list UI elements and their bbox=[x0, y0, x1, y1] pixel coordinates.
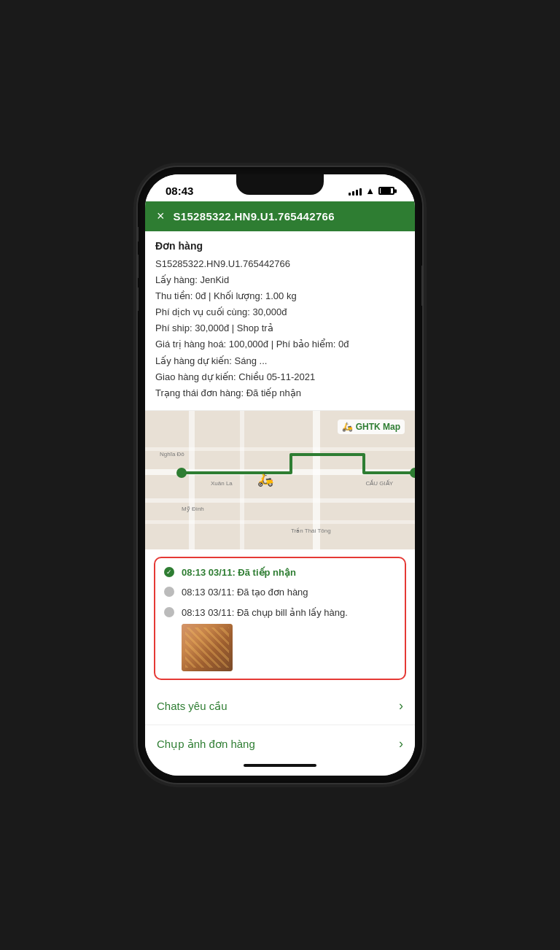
chats-menu-item[interactable]: Chats yêu cầu › bbox=[145, 687, 415, 725]
map-label-5: CẦU GIẤY bbox=[365, 480, 393, 487]
battery-icon bbox=[378, 187, 394, 195]
svg-rect-2 bbox=[189, 411, 195, 549]
bill-image[interactable] bbox=[182, 624, 233, 671]
close-button[interactable]: × bbox=[157, 209, 165, 224]
wifi-icon: ▲ bbox=[365, 185, 375, 196]
timeline-dot-2 bbox=[164, 587, 174, 597]
status-bar: 08:43 ▲ bbox=[145, 174, 415, 201]
content-area: Đơn hàng S15285322.HN9.U1.765442766 Lấy … bbox=[145, 231, 415, 755]
timeline-text-2: 08:13 03/11: Đã tạo đơn hàng bbox=[182, 585, 308, 600]
ghtk-map-label: 🛵 GHTK Map bbox=[338, 420, 405, 434]
timeline-text-1: 08:13 03/11: Đã tiếp nhận bbox=[182, 565, 296, 580]
ghtk-icon: 🛵 bbox=[342, 422, 353, 432]
svg-point-8 bbox=[176, 468, 187, 478]
order-line-2: Lấy hàng: JenKid bbox=[155, 272, 405, 288]
chats-menu-left: Chats yêu cầu bbox=[157, 700, 228, 713]
check-icon: ✓ bbox=[166, 568, 172, 576]
home-indicator bbox=[145, 755, 415, 776]
photo-menu-left: Chụp ảnh đơn hàng bbox=[157, 738, 255, 751]
order-line-8: Giao hàng dự kiến: Chiều 05-11-2021 bbox=[155, 369, 405, 385]
ghtk-map-text: GHTK Map bbox=[356, 422, 400, 432]
order-line-6: Giá trị hàng hoá: 100,000đ | Phí bảo hiể… bbox=[155, 336, 405, 352]
timeline-item-3-content: 08:13 03/11: Đã chụp bill ảnh lấy hàng. bbox=[182, 606, 348, 672]
timeline-item-1: ✓ 08:13 03/11: Đã tiếp nhận bbox=[164, 565, 396, 580]
silent-switch bbox=[138, 227, 139, 242]
map-background: 🛵 Nghĩa Đô Xuân La Mỹ Đình Trần Thái Tôn… bbox=[145, 411, 415, 549]
bill-image-inner bbox=[182, 624, 233, 671]
timeline-item-2: 08:13 03/11: Đã tạo đơn hàng bbox=[164, 585, 396, 600]
time-display: 08:43 bbox=[166, 185, 193, 197]
map-label-2: Xuân La bbox=[211, 480, 233, 487]
timeline-dot-1: ✓ bbox=[164, 567, 174, 577]
timeline-section: ✓ 08:13 03/11: Đã tiếp nhận 08:13 03/11:… bbox=[154, 557, 406, 681]
power-button bbox=[421, 266, 422, 306]
home-bar bbox=[244, 764, 316, 767]
header-title: S15285322.HN9.U1.765442766 bbox=[174, 210, 335, 223]
phone-screen: 08:43 ▲ × S15285322.HN9.U1.765442766 bbox=[145, 174, 415, 776]
order-line-9: Trạng thái đơn hàng: Đã tiếp nhận bbox=[155, 385, 405, 401]
order-section-title: Đơn hàng bbox=[155, 240, 405, 252]
svg-rect-1 bbox=[145, 498, 415, 503]
volume-down-button bbox=[138, 287, 139, 311]
status-icons: ▲ bbox=[349, 185, 394, 196]
timeline-item-3: 08:13 03/11: Đã chụp bill ảnh lấy hàng. bbox=[164, 606, 396, 672]
svg-rect-6 bbox=[145, 520, 415, 524]
map-section[interactable]: 🛵 Nghĩa Đô Xuân La Mỹ Đình Trần Thái Tôn… bbox=[145, 411, 415, 549]
map-label-3: Mỹ Đình bbox=[182, 506, 204, 512]
svg-text:🛵: 🛵 bbox=[257, 471, 274, 487]
phone-frame: 08:43 ▲ × S15285322.HN9.U1.765442766 bbox=[138, 167, 422, 783]
photo-menu-item[interactable]: Chụp ảnh đơn hàng › bbox=[145, 725, 415, 755]
order-line-3: Thu tiền: 0đ | Khối lượng: 1.00 kg bbox=[155, 288, 405, 304]
svg-rect-3 bbox=[240, 411, 244, 549]
notch bbox=[236, 174, 324, 195]
map-label-1: Nghĩa Đô bbox=[160, 451, 184, 457]
volume-up-button bbox=[138, 255, 139, 278]
chats-menu-label: Chats yêu cầu bbox=[157, 700, 228, 713]
signal-icon bbox=[349, 187, 362, 196]
order-line-1: S15285322.HN9.U1.765442766 bbox=[155, 256, 405, 272]
order-line-5: Phí ship: 30,000đ | Shop trả bbox=[155, 320, 405, 336]
map-label-4: Trần Thái Tông bbox=[291, 528, 331, 534]
timeline-text-3: 08:13 03/11: Đã chụp bill ảnh lấy hàng. bbox=[182, 607, 348, 618]
photo-menu-label: Chụp ảnh đơn hàng bbox=[157, 738, 255, 751]
photo-chevron-icon: › bbox=[399, 736, 403, 752]
timeline-dot-3 bbox=[164, 607, 174, 617]
app-header: × S15285322.HN9.U1.765442766 bbox=[145, 201, 415, 231]
order-line-4: Phí dịch vụ cuối cùng: 30,000đ bbox=[155, 304, 405, 320]
order-line-7: Lấy hàng dự kiến: Sáng ... bbox=[155, 353, 405, 369]
chats-chevron-icon: › bbox=[399, 698, 403, 714]
order-info-section: Đơn hàng S15285322.HN9.U1.765442766 Lấy … bbox=[145, 231, 415, 411]
svg-rect-5 bbox=[145, 447, 415, 451]
